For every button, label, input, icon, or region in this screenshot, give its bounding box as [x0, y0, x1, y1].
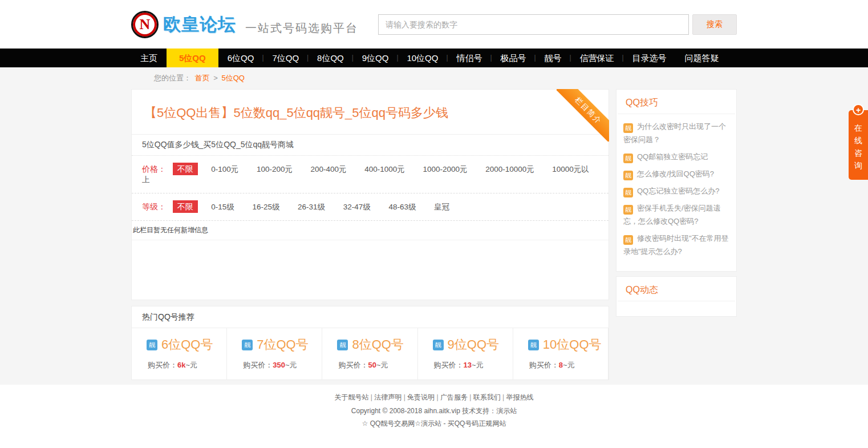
empty-message: 此栏目暂无任何新增信息 — [132, 221, 609, 240]
qq-card-price: 购买价：6k~元 — [147, 360, 226, 370]
search-bar: 搜索 — [378, 14, 737, 35]
price-value: 13 — [464, 361, 472, 369]
qq-card-title: 6位QQ号 — [161, 336, 213, 353]
qq-card-price: 购买价：350~元 — [242, 360, 322, 370]
qq-news-panel: QQ动态 — [616, 276, 737, 317]
level-filter-option[interactable]: 48-63级 — [388, 203, 416, 211]
logo-emblem-icon: N — [131, 11, 159, 38]
tip-link[interactable]: 靓QQ邮箱独立密码忘记 — [623, 150, 729, 163]
search-input[interactable] — [378, 14, 689, 35]
tip-text: 密保手机丢失/密保问题遗忘，怎么修改QQ密码? — [623, 204, 721, 225]
liang-badge-icon: 靓 — [623, 205, 633, 215]
liang-badge-icon: 靓 — [623, 171, 633, 180]
qq-card[interactable]: 靓 8位QQ号 购买价：50~元 — [322, 328, 417, 380]
qq-card-price: 购买价：8~元 — [528, 360, 608, 370]
nav-item[interactable]: 主页 — [131, 49, 167, 67]
nav-item[interactable]: 7位QQ — [263, 49, 308, 67]
tip-text: QQ忘记独立密码怎么办? — [637, 187, 719, 195]
price-filter-option[interactable]: 0-100元 — [211, 165, 238, 173]
nav-list: 主页 5位QQ 6位QQ 7位QQ 8位QQ 9位QQ 10位QQ 情侣号 极品… — [131, 49, 737, 67]
price-filter-option[interactable]: 100-200元 — [257, 165, 293, 173]
price-suffix: ~元 — [563, 361, 575, 369]
footer-link[interactable]: 关于靓号站 — [335, 393, 369, 401]
footer-links: 关于靓号站 法律声明 免责说明 广告服务 联系我们 举报热线 — [0, 393, 868, 402]
breadcrumb-home-link[interactable]: 首页 — [195, 74, 210, 82]
liang-badge-icon: 靓 — [242, 340, 253, 350]
qq-card[interactable]: 靓 7位QQ号 购买价：350~元 — [227, 328, 322, 380]
price-value: 50 — [368, 361, 376, 369]
price-value: 350 — [273, 361, 285, 369]
price-suffix: ~元 — [472, 361, 484, 369]
site-logo[interactable]: N 欧皇论坛 一站式号码选购平台 — [131, 11, 358, 38]
price-suffix: ~元 — [285, 361, 297, 369]
level-filter-option[interactable]: 16-25级 — [252, 203, 279, 211]
qq-card-price: 购买价：13~元 — [433, 360, 513, 370]
qq-card[interactable]: 靓 9位QQ号 购买价：13~元 — [418, 328, 513, 380]
price-suffix: ~元 — [376, 361, 388, 369]
tip-link[interactable]: 靓修改密码时出现"不在常用登录地"提示怎么办? — [623, 232, 729, 258]
footer-link[interactable]: 联系我们 — [469, 393, 500, 401]
level-filter-selected[interactable]: 不限 — [173, 200, 198, 213]
qq-card[interactable]: 靓 6位QQ号 购买价：6k~元 — [132, 328, 227, 380]
qq-card[interactable]: 靓 10位QQ号 购买价：8~元 — [513, 328, 609, 380]
search-button[interactable]: 搜索 — [692, 14, 737, 35]
category-title: 【5位QQ出售】5位数qq_5位qq靓号_5位qq号码多少钱 — [132, 90, 609, 134]
price-label: 购买价： — [529, 361, 559, 369]
nav-item[interactable]: 靓号 — [535, 49, 570, 67]
qq-card-title: 9位QQ号 — [448, 336, 499, 353]
nav-item[interactable]: 6位QQ — [218, 49, 263, 67]
level-filter-option[interactable]: 26-31级 — [298, 203, 325, 211]
online-consult-button[interactable]: + 在线咨询 — [849, 110, 868, 180]
qq-card-price: 购买价：50~元 — [337, 360, 417, 370]
footer-link[interactable]: 举报热线 — [502, 393, 533, 401]
main-column: 栏目简介 【5位QQ出售】5位数qq_5位qq靓号_5位qq号码多少钱 5位QQ… — [131, 89, 609, 380]
liang-badge-icon: 靓 — [623, 188, 633, 197]
category-panel: 栏目简介 【5位QQ出售】5位数qq_5位qq靓号_5位qq号码多少钱 5位QQ… — [131, 89, 609, 300]
qq-card-title: 10位QQ号 — [543, 336, 602, 353]
footer-link[interactable]: 广告服务 — [436, 393, 467, 401]
qq-tips-panel: QQ技巧 靓为什么改密时只出现了一个密保问题？ 靓QQ邮箱独立密码忘记 靓怎么修… — [616, 89, 737, 272]
footer-link[interactable]: 法律声明 — [371, 393, 401, 401]
footer-slogan: ☆ QQ靓号交易网☆演示站 - 买QQ号码正规网站 — [0, 419, 868, 429]
nav-item[interactable]: 目录选号 — [623, 49, 675, 67]
nav-item[interactable]: 情侣号 — [447, 49, 491, 67]
main-nav: 主页 5位QQ 6位QQ 7位QQ 8位QQ 9位QQ 10位QQ 情侣号 极品… — [0, 49, 868, 67]
footer-link[interactable]: 免责说明 — [404, 393, 435, 401]
header: N 欧皇论坛 一站式号码选购平台 搜索 — [0, 0, 868, 49]
liang-badge-icon: 靓 — [337, 340, 348, 350]
liang-badge-icon: 靓 — [623, 123, 633, 133]
level-filter-option[interactable]: 32-47级 — [343, 203, 371, 211]
tip-link[interactable]: 靓为什么改密时只出现了一个密保问题？ — [623, 120, 729, 146]
price-filter-row: 价格： 不限 0-100元 100-200元 200-400元 400-1000… — [132, 156, 609, 193]
footer-copyright: Copyright © 2008-2018 aihn.aitk.vip 技术支持… — [0, 406, 868, 416]
price-filter-selected[interactable]: 不限 — [173, 163, 198, 175]
price-filter-option[interactable]: 1000-2000元 — [423, 165, 467, 173]
level-filter-option[interactable]: 皇冠 — [434, 203, 449, 211]
price-filter-option[interactable]: 400-1000元 — [364, 165, 405, 173]
nav-item[interactable]: 问题答疑 — [675, 49, 728, 67]
breadcrumb-current-link[interactable]: 5位QQ — [221, 74, 244, 82]
tip-link[interactable]: 靓QQ忘记独立密码怎么办? — [623, 184, 729, 197]
price-label: 购买价： — [148, 361, 177, 369]
nav-item[interactable]: 9位QQ — [353, 49, 398, 67]
tip-link[interactable]: 靓密保手机丢失/密保问题遗忘，怎么修改QQ密码? — [623, 201, 729, 228]
price-filter-option[interactable]: 2000-10000元 — [485, 165, 534, 173]
nav-item[interactable]: 极品号 — [491, 49, 535, 67]
page: N 欧皇论坛 一站式号码选购平台 搜索 主页 5位QQ 6位QQ 7位QQ 8位… — [0, 0, 868, 448]
price-label: 购买价： — [243, 361, 273, 369]
price-filter-option[interactable]: 200-400元 — [311, 165, 347, 173]
qq-card-title: 7位QQ号 — [257, 336, 308, 353]
site-tagline: 一站式号码选购平台 — [245, 21, 358, 36]
nav-item[interactable]: 10位QQ — [398, 49, 447, 67]
nav-item[interactable]: 5位QQ — [167, 49, 218, 67]
liang-badge-icon: 靓 — [623, 235, 633, 245]
nav-item[interactable]: 信营保证 — [570, 49, 623, 67]
breadcrumb-separator: > — [213, 74, 218, 82]
corner-ribbon: 栏目简介 — [557, 89, 609, 142]
hot-card-list: 靓 6位QQ号 购买价：6k~元 — [132, 328, 609, 380]
level-filter-option[interactable]: 0-15级 — [211, 203, 234, 211]
online-consult-label: 在线咨询 — [854, 122, 863, 172]
tip-link[interactable]: 靓怎么修改/找回QQ密码? — [623, 167, 729, 180]
price-filter-label: 价格： — [142, 164, 166, 173]
nav-item[interactable]: 8位QQ — [308, 49, 353, 67]
